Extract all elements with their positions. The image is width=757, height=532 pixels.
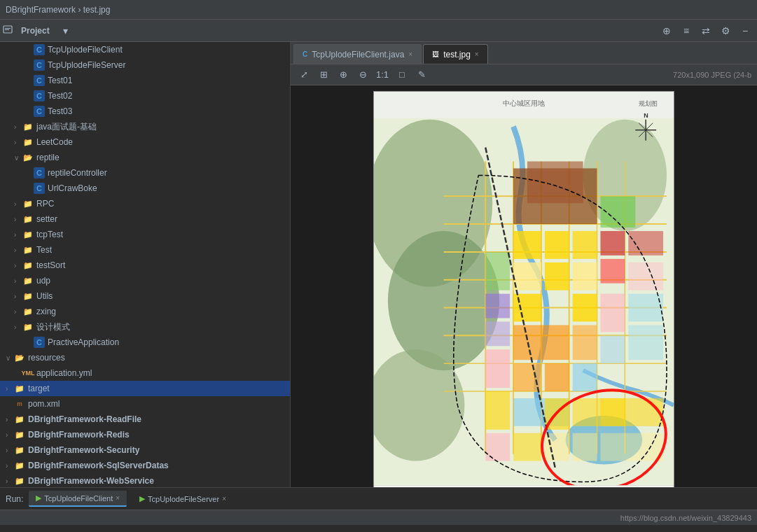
run-bar: Run: ▶ TcpUplodeFileClient × ▶ TcpUplode…	[0, 487, 757, 510]
tree-item-Redis[interactable]: › 📁 DBrightFramework-Redis	[0, 427, 290, 442]
tree-item-label: java面试题-基础	[36, 121, 290, 133]
tree-item-label: RPC	[36, 199, 290, 209]
folder-icon: 📁	[22, 214, 34, 225]
tree-item-TcpUplodeFileClient[interactable]: C TcpUplodeFileClient	[0, 42, 290, 57]
tree-item-resources[interactable]: ∨ 📂 resources	[0, 350, 290, 365]
tree-item-label: Test03	[48, 106, 290, 116]
add-btn[interactable]: ⊕	[658, 22, 676, 40]
arrow: ›	[14, 308, 22, 316]
edit-btn[interactable]: ✎	[414, 67, 429, 83]
folder-icon: 📁	[22, 121, 34, 132]
collapse-btn[interactable]: −	[736, 22, 754, 40]
tree-item-label: DBrightFramework-ReadFile	[28, 414, 290, 424]
svg-rect-49	[628, 262, 663, 290]
tree-item-LeetCode[interactable]: › 📁 LeetCode	[0, 134, 290, 150]
zoom-out-btn[interactable]: ⊖	[355, 67, 370, 83]
svg-rect-45	[545, 363, 569, 391]
tab-java-close[interactable]: ×	[408, 50, 412, 58]
list-btn[interactable]: ≡	[677, 22, 695, 40]
tree-item-pom-xml-1[interactable]: m pom.xml	[0, 396, 290, 412]
tree-item-Utils[interactable]: › 📁 Utils	[0, 288, 290, 304]
tab-java[interactable]: C TcpUplodeFileClient.java ×	[293, 44, 422, 64]
svg-rect-50	[628, 294, 663, 322]
tree-item-testSort[interactable]: › 📁 testSort	[0, 258, 290, 273]
image-toolbar: ⤢ ⊞ ⊕ ⊖ 1:1 □ ✎ 720x1,090 JPEG (24-b	[291, 64, 757, 85]
tree-item-design-pattern[interactable]: › 📁 设计模式	[0, 319, 290, 335]
tree-item-label: resources	[28, 353, 290, 363]
svg-rect-37	[600, 259, 625, 284]
tree-item-WebService[interactable]: › 📁 DBrightFramework-WebService	[0, 473, 290, 487]
tree-item-label: DBrightFramework-SqlServerDatas	[28, 461, 290, 470]
tree-item-label: application.yml	[36, 368, 290, 378]
run-tab-server-close[interactable]: ×	[222, 495, 226, 503]
tree-item-zxing[interactable]: › 📁 zxing	[0, 304, 290, 319]
svg-rect-53	[600, 335, 625, 363]
tree-item-Security[interactable]: › 📁 DBrightFramework-Security	[0, 442, 290, 458]
tree-item-UrlCrawBoke[interactable]: C UrlCrawBoke	[0, 181, 290, 196]
run-tab-client[interactable]: ▶ TcpUplodeFileClient ×	[29, 491, 127, 507]
tree-item-Test03[interactable]: C Test03	[0, 104, 290, 119]
tree-item-label: Test01	[48, 76, 290, 85]
sort-btn[interactable]: ⇄	[697, 22, 715, 40]
run-tab-server[interactable]: ▶ TcpUplodeFileServer ×	[132, 491, 233, 506]
tree-item-reptile[interactable]: ∨ 📂 reptile	[0, 150, 290, 165]
tree-item-ReadFile[interactable]: › 📁 DBrightFramework-ReadFile	[0, 412, 290, 427]
module-icon: 📁	[14, 460, 25, 471]
run-icon: ▶	[36, 493, 41, 503]
tree-item-reptileController[interactable]: C reptileController	[0, 165, 290, 181]
tree-item-TcpUplodeFileServer[interactable]: C TcpUplodeFileServer	[0, 57, 290, 73]
svg-rect-64	[485, 433, 510, 461]
image-content[interactable]: 中心城区用地 规划图	[291, 85, 757, 487]
svg-rect-1	[5, 28, 11, 29]
tree-item-RPC[interactable]: › 📁 RPC	[0, 196, 290, 211]
svg-rect-35	[573, 294, 597, 322]
svg-rect-36	[600, 231, 625, 255]
tab-jpg-close[interactable]: ×	[475, 50, 479, 58]
tree-item-PractiveApplication[interactable]: C PractiveApplication	[0, 335, 290, 350]
actual-size-btn[interactable]: ⊞	[316, 67, 331, 83]
java-icon: C	[34, 90, 45, 102]
arrow: ›	[6, 447, 14, 454]
run-icon-server: ▶	[139, 494, 145, 503]
project-tree[interactable]: C TcpUplodeFileClient C TcpUplodeFileSer…	[0, 42, 291, 487]
tab-java-label: TcpUplodeFileClient.java	[312, 50, 404, 59]
settings-btn[interactable]: ⚙	[716, 22, 735, 40]
tree-item-Test02[interactable]: C Test02	[0, 88, 290, 104]
tab-jpg[interactable]: 🖼 test.jpg ×	[423, 44, 488, 64]
tab-jpg-label: test.jpg	[443, 50, 471, 59]
folder-icon: 📁	[22, 229, 34, 240]
svg-text:中心城区用地: 中心城区用地	[503, 99, 545, 107]
run-tab-client-close[interactable]: ×	[116, 494, 120, 502]
tree-item-label: DBrightFramework-Security	[28, 445, 290, 455]
arrow: ›	[6, 462, 14, 470]
tree-item-tcpTest[interactable]: › 📁 tcpTest	[0, 227, 290, 242]
fit-width-btn[interactable]: □	[394, 67, 410, 83]
tree-item-udp[interactable]: › 📁 udp	[0, 273, 290, 288]
tree-item-SqlServerDatas[interactable]: › 📁 DBrightFramework-SqlServerDatas	[0, 458, 290, 473]
svg-rect-33	[573, 231, 597, 259]
java-icon: C	[34, 183, 45, 194]
tree-item-setter[interactable]: › 📁 setter	[0, 211, 290, 227]
arrow: ›	[6, 477, 14, 485]
tree-item-label: DBrightFramework-WebService	[28, 476, 290, 486]
arrow: ›	[14, 262, 22, 270]
folder-icon: 📁	[14, 383, 25, 394]
project-dropdown-btn[interactable]: ▾	[57, 22, 75, 40]
tree-item-Test[interactable]: › 📁 Test	[0, 242, 290, 258]
arrow: ›	[14, 293, 22, 300]
module-icon: 📁	[14, 414, 25, 425]
arrow: ›	[6, 416, 14, 424]
svg-text:N: N	[644, 112, 648, 119]
zoom-100-btn[interactable]: 1:1	[375, 67, 390, 83]
tree-item-java-interview[interactable]: › 📁 java面试题-基础	[0, 119, 290, 134]
tree-item-application-yml[interactable]: YML application.yml	[0, 365, 290, 381]
java-icon: C	[34, 337, 45, 348]
tree-item-target[interactable]: › 📁 target	[0, 381, 290, 396]
folder-icon: 📁	[22, 244, 34, 255]
fit-page-btn[interactable]: ⤢	[296, 67, 312, 83]
tree-item-Test01[interactable]: C Test01	[0, 73, 290, 88]
image-info: 720x1,090 JPEG (24-b	[673, 71, 751, 79]
folder-icon: 📁	[22, 260, 34, 271]
arrow: ›	[14, 323, 22, 331]
zoom-in-btn[interactable]: ⊕	[335, 67, 351, 83]
